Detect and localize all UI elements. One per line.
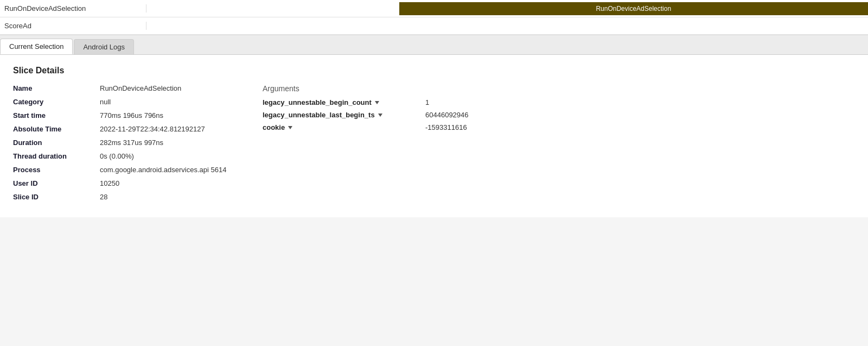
arg-dropdown-icon-1[interactable] [378, 114, 382, 117]
timeline-row-1: ScoreAd [0, 17, 868, 35]
detail-row-5: Thread duration0s (0.00%) [13, 152, 230, 160]
detail-label-0: Name [13, 84, 100, 92]
arg-name-0: legacy_unnestable_begin_count [263, 98, 425, 106]
detail-row-2: Start time770ms 196us 796ns [13, 111, 230, 119]
detail-row-8: Slice ID28 [13, 193, 230, 201]
detail-label-3: Absolute Time [13, 125, 100, 133]
detail-value-0: RunOnDeviceAdSelection [100, 84, 181, 92]
detail-value-4: 282ms 317us 997ns [100, 139, 163, 147]
detail-value-1: null [100, 98, 111, 106]
detail-value-7: 10250 [100, 179, 119, 187]
detail-label-7: User ID [13, 179, 100, 187]
detail-label-1: Category [13, 98, 100, 106]
detail-value-3: 2022-11-29T22:34:42.812192127 [100, 125, 205, 133]
arg-name-1: legacy_unnestable_last_begin_ts [263, 111, 425, 119]
arg-value-2: -1593311616 [425, 123, 467, 131]
detail-label-4: Duration [13, 139, 100, 147]
timeline-block-0[interactable]: RunOnDeviceAdSelection [399, 2, 869, 15]
detail-label-2: Start time [13, 111, 100, 119]
left-details: NameRunOnDeviceAdSelectionCategorynullSt… [13, 84, 230, 206]
timeline-label-0: RunOnDeviceAdSelection [0, 4, 146, 12]
detail-value-5: 0s (0.00%) [100, 152, 134, 160]
tab-android-logs[interactable]: Android Logs [74, 39, 134, 54]
detail-value-8: 28 [100, 193, 107, 201]
content-area: Slice Details NameRunOnDeviceAdSelection… [0, 55, 868, 217]
arguments-section: Arguments legacy_unnestable_begin_count … [263, 84, 855, 131]
arg-value-1: 60446092946 [425, 111, 469, 119]
arg-dropdown-icon-0[interactable] [375, 101, 379, 104]
detail-row-7: User ID10250 [13, 179, 230, 187]
arg-row-2: cookie -1593311616 [263, 123, 855, 131]
detail-row-0: NameRunOnDeviceAdSelection [13, 84, 230, 92]
detail-label-5: Thread duration [13, 152, 100, 160]
timeline-area: RunOnDeviceAdSelection RunOnDeviceAdSele… [0, 0, 868, 35]
tabs-bar: Current Selection Android Logs [0, 35, 868, 55]
detail-row-4: Duration282ms 317us 997ns [13, 139, 230, 147]
timeline-label-1: ScoreAd [0, 22, 146, 30]
arg-dropdown-icon-2[interactable] [288, 126, 292, 129]
detail-row-3: Absolute Time2022-11-29T22:34:42.8121921… [13, 125, 230, 133]
details-grid: NameRunOnDeviceAdSelectionCategorynullSt… [13, 84, 855, 206]
detail-label-6: Process [13, 166, 100, 174]
timeline-track-1 [146, 17, 868, 34]
section-title: Slice Details [13, 66, 855, 76]
tab-current-selection[interactable]: Current Selection [0, 39, 73, 54]
right-details: Arguments legacy_unnestable_begin_count … [263, 84, 855, 206]
arg-row-1: legacy_unnestable_last_begin_ts 60446092… [263, 111, 855, 119]
detail-label-8: Slice ID [13, 193, 100, 201]
arguments-title: Arguments [263, 84, 855, 93]
detail-value-2: 770ms 196us 796ns [100, 111, 163, 119]
detail-row-6: Processcom.google.android.adservices.api… [13, 166, 230, 174]
detail-row-1: Categorynull [13, 98, 230, 106]
detail-value-6: com.google.android.adservices.api 5614 [100, 166, 226, 174]
timeline-row-0: RunOnDeviceAdSelection RunOnDeviceAdSele… [0, 0, 868, 17]
arg-name-2: cookie [263, 123, 425, 131]
timeline-track-0[interactable]: RunOnDeviceAdSelection [146, 0, 868, 17]
arg-row-0: legacy_unnestable_begin_count 1 [263, 98, 855, 106]
arg-value-0: 1 [425, 98, 429, 106]
